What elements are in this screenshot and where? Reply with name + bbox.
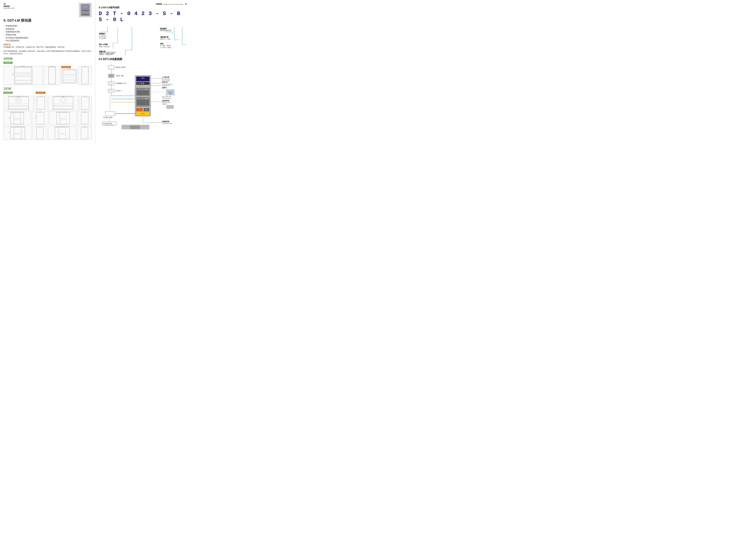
brand-right: HIWIN [156,3,162,5]
diagram-400w-standard-front: 135.5 193.5 [4,66,43,85]
svg-rect-59 [57,113,69,124]
diagram-1kw-detail-right-front: 227 [48,126,76,140]
svg-rect-8 [15,67,31,73]
svg-text:B = B框（400W）: B = B框（400W） [160,45,172,46]
svg-rect-39 [53,97,73,109]
svg-text:60: 60 [85,96,86,97]
svg-text:D2T-LM: D2T-LM [83,6,87,7]
svg-text:回生电阻（选配）: 回生电阻（选配） [103,117,113,118]
svg-text:60: 60 [17,112,18,112]
diagrams-row-400w-standard: Standard [4,62,92,65]
svg-rect-62 [60,119,66,124]
svg-text:135.5: 135.5 [22,66,24,66]
feature-4: 抑制振动功能 [4,33,92,36]
svg-rect-160 [137,94,149,95]
feature-1: 高速度响应能力 [4,24,92,27]
page-number-left: 10 [4,3,14,5]
svg-text:E V W: E V W [141,113,145,114]
svg-rect-60 [57,113,60,124]
svg-rect-13 [15,81,31,83]
svg-rect-42 [53,104,73,106]
feature-5: 电子齿轮比与模拟编码器输出 [4,36,92,39]
diagram-1kw-ethercat-front: 381 [48,96,78,110]
svg-text:连接PC: 连接PC [162,87,167,89]
diagram-400w-ethercat-side: 37.8 [78,66,92,85]
svg-text:一电磁接触器（MC）: 一电磁接触器（MC） [115,83,127,84]
model-annotations: 额定输出 04 = 400W 10 = 1.0kW 输入AC电源 单相／三相.2… [99,26,187,56]
svg-rect-27 [81,67,88,84]
annotations-svg: 额定输出 04 = 400W 10 = 1.0kW 输入AC电源 单相／三相.2… [99,26,187,56]
svg-rect-3 [81,11,89,12]
diagram-400w-standard-side: 37.8 [44,66,61,85]
svg-text:www.hiwinmikro.tw: www.hiwinmikro.tw [162,98,172,99]
svg-point-150 [141,83,142,84]
svg-text:SV: SV [139,86,140,87]
svg-rect-71 [22,127,25,139]
svg-rect-17 [49,67,56,84]
svg-text:(已或触发STAT): (已或触发STAT) [162,85,170,86]
svg-text:快速指示Ready/Error: 快速指示Ready/Error [162,84,173,85]
power-1kw-section: 1KW [4,87,92,91]
features-list: 高速度响应能力 高加速响应 内建精度提升功能 抑制振动功能 电子齿轮比与模拟编码… [4,24,92,42]
svg-rect-145 [136,77,149,81]
svg-text:附赠配件！: 附赠配件！ [162,103,168,105]
svg-text:编码器介面: 编码器介面 [160,36,169,38]
svg-text:两行点矩阵字幕: 两行点矩阵字幕 [162,79,170,80]
feature-6: PDL泛用控制语言 [4,39,92,42]
diagram-1kw-ethercat-side: 60 [79,96,92,110]
svg-rect-50 [14,113,20,119]
svg-rect-204 [167,107,174,108]
control-iface-details: 总线式 E = EtherCAT(CoE) 总线式 F = mega-ulink [99,51,116,56]
svg-text:机框: 机框 [160,43,164,44]
doc-subtitle: Single-Axis Linear Motor Stage [164,4,183,5]
svg-text:C = C框（1.0kW）: C = C框（1.0kW） [160,47,172,48]
svg-rect-67 [10,127,25,139]
diagram-1kw-detail-right-side: 4-Φ4.4 [77,126,92,140]
svg-rect-37 [37,97,44,109]
svg-rect-136 [105,112,115,115]
wiring-diagram-container: 一断路器（MCCB） 一滤波器（选配） 一电磁接触器（MC） 一电抗器（L） [99,63,187,131]
svg-text:193.5: 193.5 [13,73,14,75]
power-400w-label: 400W [4,57,13,61]
svg-point-41 [61,98,65,102]
svg-text:04 = 400W: 04 = 400W [99,35,106,37]
svg-text:37.8: 37.8 [51,66,53,66]
power-1kw-label: 1KW [4,87,11,90]
brand-left: HIWIN [4,5,14,8]
svg-point-149 [139,83,140,84]
diagrams-1kw-detail: 227 173.5 40 227 4-Φ4.4 [4,126,92,140]
wiring-diagram-svg: 一断路器（MCCB） 一滤波器（选配） 一电磁接触器（MC） 一电抗器（L） [99,63,187,131]
svg-text:一断路器（MCCB）: 一断路器（MCCB） [115,66,126,68]
svg-text:Free: Free [169,94,172,95]
diagram-1kw-detail-mid: 40 [33,126,47,140]
diagram-400w-detail-right-side: 2-Φ4.2 [78,112,92,125]
svg-rect-7 [14,67,32,84]
svg-rect-203 [167,106,174,107]
svg-rect-127 [108,82,114,85]
svg-text:一滤波器（选配）: 一滤波器（选配） [115,75,125,76]
svg-rect-21 [63,70,76,74]
diagrams-400w: 135.5 193.5 37.8 EtherCAT [4,66,92,85]
svg-text:直线电机系列专用: 直线电机系列专用 [160,30,171,31]
svg-rect-5 [81,14,89,15]
left-header: 10 HIWIN MM16TS01-1907 D2T-LM [4,3,92,17]
svg-rect-12 [15,77,31,80]
svg-rect-51 [14,119,20,124]
svg-text:60: 60 [63,112,64,112]
right-page-num-area: HIWIN Single-Axis Linear Motor Stage 11 [156,3,187,5]
svg-text:请至以下网站下载: 请至以下网站下载 [162,96,171,97]
svg-text:173.5: 173.5 [9,132,10,134]
svg-text:227: 227 [62,126,63,127]
svg-text:通壁50 pin SCSI: 通壁50 pin SCSI [162,102,171,103]
svg-text:381: 381 [62,96,64,97]
desc-text: D2T-LM系列驱动器、具总线模组（EtherCAT、mega-ulink）之D… [4,50,92,55]
svg-rect-75 [36,127,43,139]
svg-text:60: 60 [40,96,41,97]
doc-code: MM16TS01-1907 [4,8,14,9]
svg-point-31 [16,98,21,102]
diagram-400w-detail-left: 60 166.8 [4,112,31,125]
svg-rect-43 [53,106,73,109]
svg-rect-123 [113,74,114,77]
svg-rect-166 [137,103,149,104]
svg-text:41.8: 41.8 [35,117,36,118]
